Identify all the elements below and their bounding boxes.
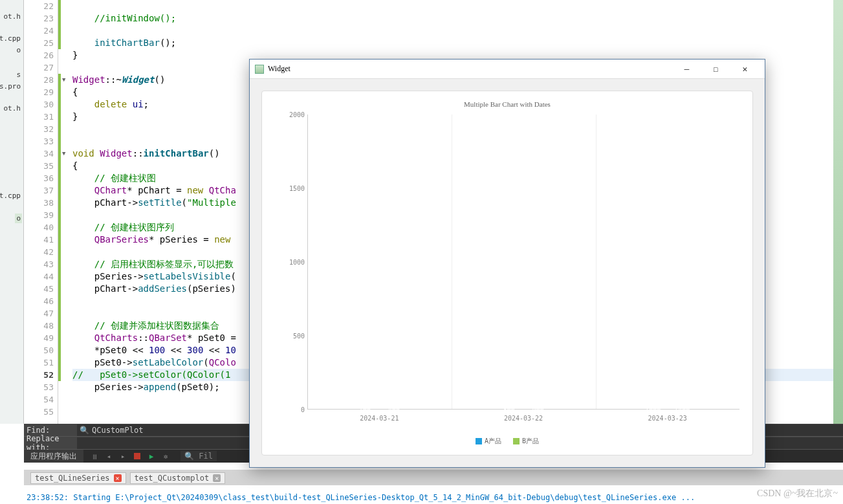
- project-file[interactable]: o: [15, 45, 22, 55]
- line-number: 53: [24, 381, 58, 393]
- line-number: 50: [24, 344, 58, 356]
- y-tick-label: 2000: [289, 111, 305, 118]
- line-number: 32: [24, 123, 58, 135]
- minimize-button[interactable]: —: [672, 60, 701, 78]
- y-axis: 0500100015002000: [285, 115, 307, 410]
- project-file[interactable]: ot.cpp: [0, 191, 22, 201]
- fold-column[interactable]: ▼▼: [61, 0, 71, 424]
- line-number: 48: [24, 320, 58, 332]
- legend-swatch: [513, 438, 520, 444]
- find-input-value: QCustomPlot: [92, 426, 143, 435]
- tab-label: test_QLineSeries: [35, 474, 110, 483]
- line-number: 46: [24, 295, 58, 307]
- output-filter-input[interactable]: 🔍 Fil: [181, 451, 217, 461]
- line-number: 54: [24, 393, 58, 406]
- line-number: 42: [24, 246, 58, 258]
- columns-icon[interactable]: ⫼: [90, 452, 99, 461]
- line-number: 35: [24, 160, 58, 172]
- stop-button[interactable]: [133, 452, 142, 461]
- project-file[interactable]: ot.h: [3, 104, 23, 113]
- line-number: 49: [24, 332, 58, 344]
- chart-container: Multiple Bar Chart with Dates 0500100015…: [261, 91, 753, 455]
- project-file[interactable]: o: [15, 214, 22, 223]
- line-number-gutter: 2223242526272829303132333435363738394041…: [24, 0, 58, 424]
- line-number: 36: [24, 172, 58, 184]
- legend-swatch: [476, 438, 482, 444]
- output-tab[interactable]: test_QLineSeries×: [30, 472, 126, 484]
- line-number: 26: [24, 49, 58, 61]
- chart-plot-area: 0500100015002000 1004002024-03-213009002…: [285, 115, 739, 410]
- settings-icon[interactable]: ✲: [161, 452, 170, 461]
- project-file[interactable]: s: [15, 70, 22, 80]
- code-line[interactable]: //initWindow();: [72, 12, 843, 25]
- bar-value-label: 1000: [639, 406, 667, 413]
- tab-label: test_QCustomplot: [135, 474, 210, 483]
- close-icon[interactable]: ×: [213, 474, 221, 482]
- prev-icon[interactable]: ◂: [104, 452, 113, 461]
- line-number: 41: [24, 234, 58, 246]
- legend-item[interactable]: B产品: [513, 437, 539, 446]
- bar-value-label: 400: [380, 406, 408, 413]
- code-line[interactable]: initChartBar();: [72, 37, 843, 49]
- output-tabs: test_QLineSeries×test_QCustomplot×: [24, 470, 843, 485]
- line-number: 52: [24, 369, 58, 381]
- line-number: 43: [24, 258, 58, 270]
- find-label: Find:: [24, 426, 77, 435]
- y-tick-label: 0: [301, 406, 305, 413]
- window-titlebar[interactable]: Widget — ☐ ✕: [250, 60, 765, 79]
- bar-value-label: 900: [524, 406, 552, 413]
- x-tick-label: 2024-03-22: [504, 415, 543, 422]
- project-tree[interactable]: ot.hot.cpposies.proot.hot.cppo: [0, 0, 24, 424]
- x-tick-label: 2024-03-21: [360, 415, 399, 422]
- output-pane-title[interactable]: 应用程序输出: [24, 450, 83, 463]
- close-icon[interactable]: ×: [114, 474, 122, 482]
- bar-value-label: 1400: [668, 406, 696, 413]
- y-tick-label: 1500: [289, 185, 305, 192]
- window-title: Widget: [268, 64, 672, 74]
- output-tab[interactable]: test_QCustomplot×: [130, 472, 226, 484]
- search-icon: 🔍: [184, 452, 194, 461]
- line-number: 45: [24, 283, 58, 295]
- app-icon: [255, 65, 264, 74]
- line-number: 51: [24, 356, 58, 369]
- bar-value-label: 100: [351, 406, 378, 413]
- line-number: 38: [24, 197, 58, 209]
- fold-toggle-icon[interactable]: ▼: [62, 150, 65, 157]
- line-number: 39: [24, 209, 58, 221]
- code-line[interactable]: [72, 0, 843, 12]
- widget-window[interactable]: Widget — ☐ ✕ Multiple Bar Chart with Dat…: [249, 59, 765, 468]
- next-icon[interactable]: ▸: [118, 452, 127, 461]
- fold-toggle-icon[interactable]: ▼: [62, 76, 65, 83]
- project-file[interactable]: ot.h: [3, 12, 23, 21]
- code-line[interactable]: [72, 25, 843, 37]
- line-number: 27: [24, 61, 58, 74]
- bars-layer: 1004002024-03-213009002024-03-2210001400…: [307, 115, 739, 410]
- y-tick-label: 500: [293, 333, 305, 340]
- line-number: 23: [24, 12, 58, 25]
- line-number: 30: [24, 98, 58, 111]
- project-file[interactable]: ies.pro: [0, 82, 22, 91]
- legend-item[interactable]: A产品: [476, 437, 501, 446]
- line-number: 29: [24, 86, 58, 98]
- line-number: 25: [24, 37, 58, 49]
- line-number: 37: [24, 184, 58, 197]
- line-number: 22: [24, 0, 58, 12]
- close-button[interactable]: ✕: [730, 60, 760, 78]
- x-tick-label: 2024-03-23: [648, 415, 687, 422]
- y-tick-label: 1000: [289, 259, 305, 266]
- chart-legend: A产品B产品: [262, 437, 752, 446]
- console-output[interactable]: 23:38:52: Starting E:\Project_Qt\2024030…: [24, 490, 843, 504]
- editor-scrollbar[interactable]: [833, 0, 843, 424]
- search-icon: 🔍: [80, 426, 89, 435]
- project-file[interactable]: ot.cpp: [0, 34, 22, 43]
- line-number: 44: [24, 270, 58, 283]
- maximize-button[interactable]: ☐: [701, 60, 730, 78]
- line-number: 40: [24, 221, 58, 234]
- line-number: 31: [24, 111, 58, 123]
- line-number: 24: [24, 25, 58, 37]
- line-number: 34: [24, 148, 58, 160]
- bar-value-label: 300: [495, 406, 523, 413]
- line-number: 33: [24, 135, 58, 148]
- run-button[interactable]: ▶: [147, 452, 156, 461]
- line-number: 28: [24, 74, 58, 86]
